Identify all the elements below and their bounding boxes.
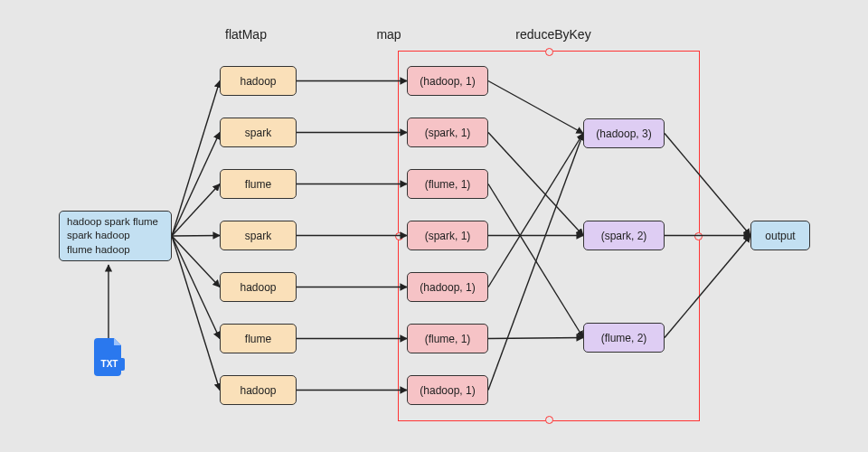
svg-line-3 <box>172 236 220 237</box>
flatmap-item-5: flume <box>220 324 297 353</box>
svg-line-0 <box>172 81 220 237</box>
map-item-4: (hadoop, 1) <box>407 272 488 302</box>
output-box: output <box>750 221 810 250</box>
svg-line-5 <box>172 236 220 339</box>
flatmap-item-2: flume <box>220 169 297 199</box>
map-item-5: (flume, 1) <box>407 324 488 353</box>
map-item-6: (hadoop, 1) <box>407 375 488 405</box>
map-item-0: (hadoop, 1) <box>407 66 488 96</box>
flatmap-item-6: hadoop <box>220 375 297 405</box>
reduce-item-1: (spark, 2) <box>583 221 665 250</box>
txt-file-icon: TXT <box>94 338 125 376</box>
svg-line-6 <box>172 236 220 391</box>
reduce-item-2: (flume, 2) <box>583 323 665 353</box>
svg-text:TXT: TXT <box>101 359 118 369</box>
reduce-item-0: (hadoop, 3) <box>583 118 665 148</box>
svg-line-1 <box>172 133 220 237</box>
header-map: map <box>362 27 416 42</box>
map-item-2: (flume, 1) <box>407 169 488 199</box>
svg-line-2 <box>172 184 220 237</box>
map-item-3: (spark, 1) <box>407 221 488 250</box>
flatmap-item-1: spark <box>220 118 297 147</box>
flatmap-item-0: hadoop <box>220 66 297 96</box>
map-item-1: (spark, 1) <box>407 118 488 147</box>
input-text-box: hadoop spark flume spark hadoop flume ha… <box>59 211 172 261</box>
svg-line-4 <box>172 236 220 287</box>
header-flatmap: flatMap <box>210 27 282 42</box>
header-reducebykey: reduceByKey <box>499 27 608 42</box>
flatmap-item-3: spark <box>220 221 297 250</box>
flatmap-item-4: hadoop <box>220 272 297 302</box>
diagram-stage: flatMap map reduceByKey hadoop spark flu… <box>0 0 868 452</box>
